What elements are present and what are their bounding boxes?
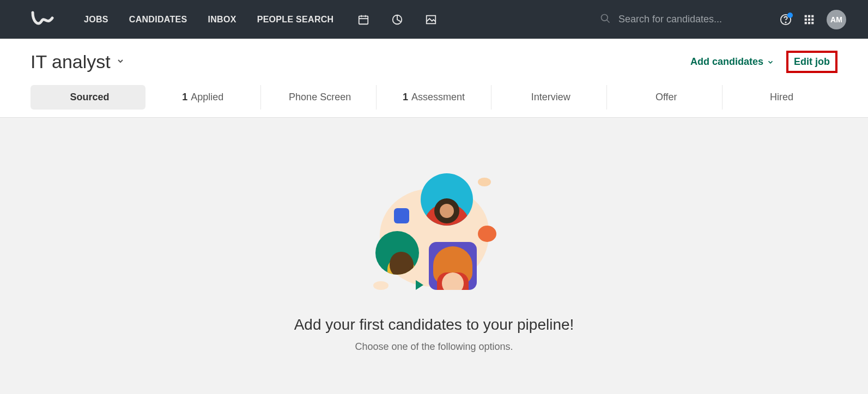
nav-link-jobs[interactable]: JOBS	[84, 15, 108, 25]
notification-dot-icon	[787, 13, 793, 18]
empty-state: Add your first candidates to your pipeli…	[0, 118, 868, 385]
svg-rect-16	[805, 22, 807, 24]
svg-rect-17	[808, 22, 810, 24]
job-title: IT analyst	[31, 51, 111, 72]
chevron-down-icon	[116, 57, 125, 68]
stage-label: Applied	[191, 92, 223, 103]
stage-count: 1	[182, 92, 187, 103]
top-nav: JOBS CANDIDATES INBOX PEOPLE SEARCH AM	[0, 0, 868, 39]
stage-label: Sourced	[70, 92, 109, 103]
nav-link-people-search[interactable]: PEOPLE SEARCH	[257, 15, 334, 25]
help-icon[interactable]	[780, 14, 792, 26]
empty-title: Add your first candidates to your pipeli…	[0, 316, 868, 334]
image-icon[interactable]	[425, 14, 437, 26]
calendar-icon[interactable]	[357, 14, 369, 26]
svg-rect-13	[805, 18, 807, 20]
nav-link-candidates[interactable]: CANDIDATES	[129, 15, 187, 25]
page-header: IT analyst Add candidates Edit job	[0, 39, 868, 73]
svg-line-7	[607, 20, 610, 22]
svg-rect-11	[808, 15, 810, 17]
stage-label: Hired	[770, 92, 793, 103]
header-actions: Add candidates Edit job	[690, 51, 837, 73]
stage-label: Offer	[655, 92, 677, 103]
pipeline-stages: Sourced 1 Applied Phone Screen 1 Assessm…	[0, 73, 868, 118]
empty-illustration	[363, 172, 505, 303]
add-candidates-label: Add candidates	[690, 56, 763, 68]
logo-icon	[31, 10, 56, 29]
stage-sourced[interactable]: Sourced	[31, 85, 145, 110]
svg-rect-14	[808, 18, 810, 20]
stage-offer[interactable]: Offer	[607, 85, 723, 110]
edit-job-button[interactable]: Edit job	[794, 56, 830, 67]
stage-label: Assessment	[411, 92, 465, 103]
svg-point-6	[602, 14, 608, 21]
nav-search	[600, 13, 738, 26]
svg-rect-12	[811, 15, 814, 17]
job-title-dropdown[interactable]: IT analyst	[31, 51, 125, 72]
edit-job-highlight: Edit job	[786, 51, 837, 73]
reports-icon[interactable]	[391, 14, 403, 26]
stage-phone-screen[interactable]: Phone Screen	[261, 85, 377, 110]
logo[interactable]	[31, 10, 56, 29]
svg-rect-18	[811, 22, 814, 24]
stage-hired[interactable]: Hired	[723, 85, 837, 110]
stage-assessment[interactable]: 1 Assessment	[377, 85, 492, 110]
add-candidates-button[interactable]: Add candidates	[690, 56, 774, 68]
nav-right: AM	[780, 10, 846, 29]
search-icon	[600, 13, 611, 26]
nav-link-inbox[interactable]: INBOX	[208, 15, 236, 25]
svg-rect-0	[359, 16, 368, 24]
stage-count: 1	[403, 92, 408, 103]
stage-label: Interview	[531, 92, 570, 103]
avatar[interactable]: AM	[827, 10, 846, 29]
search-input[interactable]	[618, 14, 738, 25]
svg-rect-15	[811, 18, 814, 20]
stage-applied[interactable]: 1 Applied	[145, 85, 261, 110]
empty-subtitle: Choose one of the following options.	[0, 341, 868, 353]
svg-rect-10	[805, 15, 807, 17]
apps-icon[interactable]	[804, 14, 815, 25]
nav-links: JOBS CANDIDATES INBOX PEOPLE SEARCH	[84, 15, 333, 25]
nav-icons	[357, 14, 437, 26]
stage-interview[interactable]: Interview	[491, 85, 607, 110]
stage-label: Phone Screen	[289, 92, 351, 103]
svg-point-9	[785, 22, 786, 22]
chevron-down-icon	[767, 58, 774, 66]
